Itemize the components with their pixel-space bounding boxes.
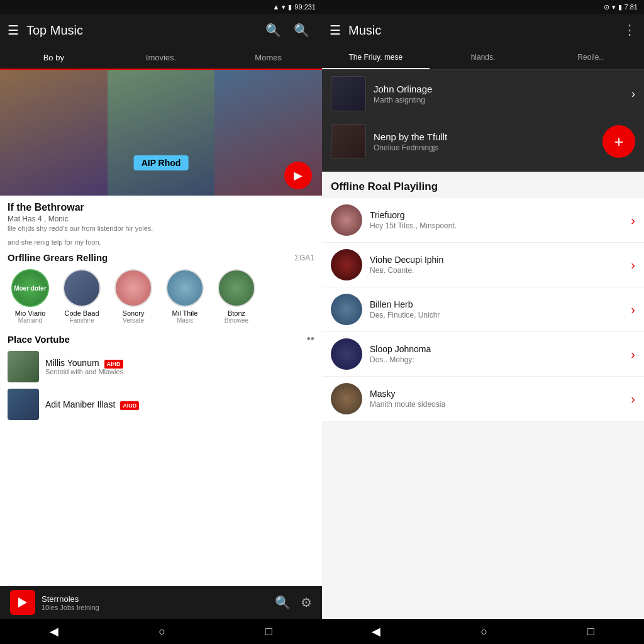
offline-sub-2: Des, Finutice, Unichr: [370, 311, 623, 319]
offline-name-3: Sloop Johnoma: [370, 344, 623, 354]
right-battery-icon: ▮: [618, 3, 622, 11]
music-name-0: John Orlinage: [374, 84, 624, 94]
offline-thumb-3: [331, 338, 362, 370]
artist-name-4: Btonz: [228, 309, 245, 317]
music-list-item-1[interactable]: Nenp by the Tfullt Oneliue Fedriningjs +: [322, 118, 644, 165]
artist-item-0[interactable]: Moer doter Mio Viario Maniand: [8, 269, 53, 324]
offline-info-1: Viohe Decupi Iphin Neв. Coante.: [370, 255, 623, 275]
left-status-bar: ▲ ▾ ▮ 99:231: [0, 0, 322, 14]
right-more-icon[interactable]: ⋮: [623, 22, 636, 38]
artist-sub-4: Binowee: [225, 317, 248, 324]
chevron-icon-0[interactable]: ›: [631, 87, 635, 101]
song-desc-2: and she renig telp for my foon.: [8, 238, 314, 246]
music-info-1: Nenp by the Tfullt Oneliue Fedriningjs: [374, 131, 595, 152]
right-tab-1[interactable]: hlands.: [430, 47, 537, 69]
red-chevron-2[interactable]: ›: [631, 303, 635, 317]
offline-sub-1: Neв. Coante.: [370, 266, 623, 275]
offline-thumb-0: [331, 204, 362, 236]
offline-info-0: Triefuorg Hey 15t Tiles., Minspoent.: [370, 210, 623, 230]
offline-item-1[interactable]: Viohe Decupi Iphin Neв. Coante. ›: [322, 243, 644, 287]
offline-sub-4: Manith moute sideosia: [370, 400, 623, 409]
artist-item-2[interactable]: Sonory Versate: [111, 269, 156, 324]
playlist-item-0[interactable]: Millis Younum AIHD Senteid with and Mlaw…: [8, 351, 314, 382]
hero-image: AIP Rhod ▶: [0, 70, 322, 196]
square-button[interactable]: □: [265, 625, 272, 638]
music-sub-0: Marth asignting: [374, 96, 624, 104]
offline-thumb-1: [331, 249, 362, 280]
play-button[interactable]: ▶: [284, 162, 312, 189]
artist-item-1[interactable]: Code Baad Fanshire: [59, 269, 104, 324]
left-content-area: If the Bethrowar Mat Has 4 , Monic llle …: [0, 196, 322, 586]
home-button[interactable]: ○: [158, 625, 165, 638]
more-dots-icon[interactable]: ••: [306, 333, 314, 346]
right-square-button[interactable]: □: [587, 625, 594, 638]
offline-item-2[interactable]: Billen Herb Des, Finutice, Unichr ›: [322, 287, 644, 332]
right-white-section: Offline Roal Playiling Triefuorg Hey 15t…: [322, 172, 644, 619]
bottom-search-icon[interactable]: 🔍: [275, 595, 291, 610]
artist-name-0: Mio Viario: [15, 309, 46, 317]
artist-name-2: Sonory: [123, 309, 145, 317]
offline-item-4[interactable]: Masky Manith moute sideosia ›: [322, 377, 644, 421]
offline-thumb-4: [331, 383, 362, 414]
yt-play-icon: [18, 597, 27, 608]
search-icon-1[interactable]: 🔍: [265, 23, 281, 38]
left-panel: ▲ ▾ ▮ 99:231 ☰ Top Music 🔍 🔍 Bo by Imovi…: [0, 0, 322, 644]
playlist-item-1[interactable]: Adit Maniber Illast AIUD: [8, 389, 314, 420]
offline-item-0[interactable]: Triefuorg Hey 15t Tiles., Minspoent. ›: [322, 198, 644, 243]
left-time: 99:231: [294, 3, 316, 11]
right-top-bar: ☰ Music ⋮: [322, 14, 644, 47]
bottom-settings-icon[interactable]: ⚙: [301, 595, 312, 610]
right-hamburger-icon[interactable]: ☰: [330, 23, 341, 38]
red-chevron-1[interactable]: ›: [631, 258, 635, 272]
page-title: Top Music: [26, 23, 258, 38]
fab-add-button[interactable]: +: [602, 125, 635, 158]
right-wifi-icon: ▾: [612, 3, 616, 11]
playlist-thumb-0: [8, 351, 39, 382]
offline-item-3[interactable]: Sloop Johnoma Dos.. Mohgy: ›: [322, 332, 644, 377]
playlist-info-0: Millis Younum AIHD Senteid with and Mlaw…: [45, 358, 314, 375]
artist-item-4[interactable]: Btonz Binowee: [214, 269, 259, 324]
tab-boby[interactable]: Bo by: [0, 47, 108, 70]
right-status-bar: ⊙ ▾ ▮ 7:81: [322, 0, 644, 14]
tab-momes[interactable]: Momes: [214, 47, 322, 69]
hero-figures: [0, 70, 322, 196]
artist-sub-3: Masis: [177, 317, 193, 324]
tab-imovies[interactable]: Imovies.: [108, 47, 215, 69]
right-time: 7:81: [625, 3, 638, 11]
right-tab-0[interactable]: The Friuy. mese: [322, 47, 430, 69]
music-thumb-1: [331, 124, 366, 159]
signal-icon: ▲: [272, 3, 279, 11]
artist-item-3[interactable]: Mil Thile Masis: [162, 269, 208, 324]
music-thumb-0: [331, 76, 366, 111]
bottom-nav-title: Sterrnoles: [42, 594, 275, 604]
artist-avatar-3: [166, 269, 204, 307]
red-chevron-4[interactable]: ›: [631, 392, 635, 406]
yt-icon: [10, 590, 35, 615]
right-home-button[interactable]: ○: [480, 625, 487, 638]
right-tab-2[interactable]: Reoile..: [536, 47, 644, 69]
music-sub-1: Oneliue Fedriningjs: [374, 143, 595, 152]
left-top-bar: ☰ Top Music 🔍 🔍: [0, 14, 322, 47]
red-chevron-0[interactable]: ›: [631, 213, 635, 228]
left-nav-bar: ◀ ○ □: [0, 619, 322, 644]
offline-section-header: Orflline Grears Relling ΣGA1: [8, 252, 314, 263]
dark-music-section: John Orlinage Marth asignting › Nenp by …: [322, 70, 644, 172]
red-chevron-3[interactable]: ›: [631, 347, 635, 362]
right-back-button[interactable]: ◀: [372, 625, 380, 638]
offline-name-2: Billen Herb: [370, 299, 623, 309]
back-button[interactable]: ◀: [50, 625, 58, 638]
offline-info-2: Billen Herb Des, Finutice, Unichr: [370, 299, 623, 319]
music-list-item-0[interactable]: John Orlinage Marth asignting ›: [322, 70, 644, 118]
playlist-name-0: Millis Younum AIHD: [45, 358, 314, 368]
search-icon-2[interactable]: 🔍: [294, 23, 309, 38]
artist-avatar-1: [63, 269, 101, 307]
place-section-title: Place Vortube: [8, 334, 70, 345]
artist-sub-1: Fanshire: [70, 317, 94, 324]
hamburger-icon[interactable]: ☰: [8, 23, 19, 38]
play-icon: ▶: [294, 169, 303, 182]
song-desc-1: llle ohjds shy redd's our from listendor…: [8, 225, 314, 232]
music-info-0: John Orlinage Marth asignting: [374, 84, 624, 104]
playlist-sub-0: Senteid with and Mlawies: [45, 368, 314, 375]
offline-section-count: ΣGA1: [295, 253, 314, 262]
wifi-icon: ▾: [282, 3, 286, 11]
